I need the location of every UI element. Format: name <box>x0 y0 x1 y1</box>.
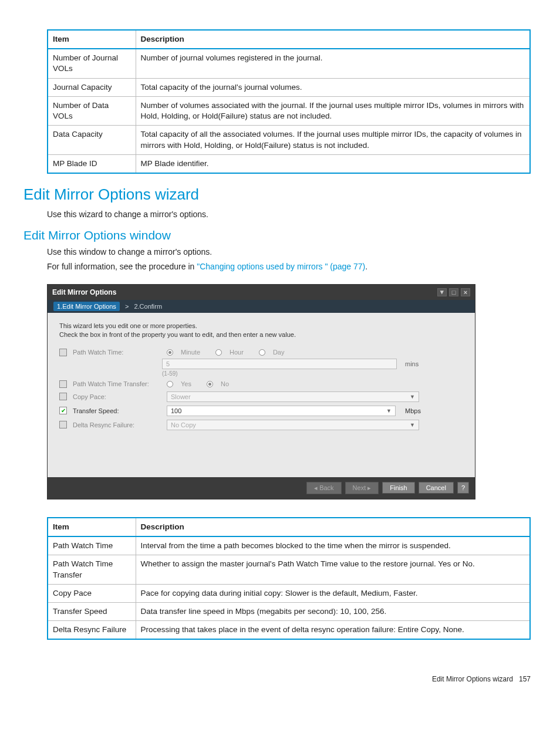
cancel-button[interactable]: Cancel <box>419 482 454 494</box>
hint-pwt-range: (1-59) <box>162 370 178 377</box>
table-row: Copy PacePace for copying data during in… <box>48 584 530 602</box>
help-button[interactable]: ? <box>457 482 469 494</box>
table-row: Transfer SpeedData transfer line speed i… <box>48 602 530 620</box>
checkbox-copy-pace[interactable] <box>59 393 67 400</box>
next-button[interactable]: Next ▸ <box>345 482 379 494</box>
table-row: Data CapacityTotal capacity of all the a… <box>48 126 530 154</box>
page-footer: Edit Mirror Options wizard 157 <box>0 675 531 683</box>
radio-minute[interactable] <box>167 349 173 356</box>
finish-button[interactable]: Finish <box>382 482 414 494</box>
label-path-watch-time: Path Watch Time: <box>73 349 161 356</box>
journal-props-table: Item Description Number of Journal VOLsN… <box>47 29 531 174</box>
col-desc: Description <box>136 30 530 49</box>
label-pwt-transfer: Path Watch Time Transfer: <box>73 380 161 387</box>
heading-wizard: Edit Mirror Options wizard <box>23 185 531 204</box>
wizard-steps: 1.Edit Mirror Options > 2.Confirm <box>48 300 475 313</box>
checkbox-delta-resync[interactable] <box>59 421 67 428</box>
chevron-down-icon: ▼ <box>410 422 415 428</box>
wizard-intro-line2: Check the box in front of the property y… <box>59 331 463 338</box>
window-intro-1: Use this window to change a mirror's opt… <box>47 246 531 258</box>
dialog-title: Edit Mirror Options <box>52 288 116 296</box>
select-delta-resync[interactable]: No Copy ▼ <box>167 420 419 430</box>
maximize-icon[interactable]: □ <box>449 288 458 296</box>
wizard-footer: ◂ Back Next ▸ Finish Cancel ? <box>48 477 475 499</box>
dialog-titlebar: Edit Mirror Options ▾ □ × <box>48 285 475 300</box>
wizard-intro-line1: This wizard lets you edit one or more pr… <box>59 322 463 329</box>
table-row: Number of Data VOLsNumber of volumes ass… <box>48 96 530 125</box>
window-intro-2: For full information, see the procedure … <box>47 261 531 272</box>
select-transfer-speed[interactable]: 100 ▼ <box>167 406 396 416</box>
radio-no[interactable] <box>207 381 213 387</box>
label-transfer-speed: Transfer Speed: <box>73 407 161 414</box>
radio-yes[interactable] <box>167 381 173 387</box>
checkbox-pwt-transfer[interactable] <box>59 380 67 388</box>
close-icon[interactable]: × <box>461 288 470 296</box>
chevron-down-icon: ▼ <box>410 394 415 400</box>
mirror-options-table: Item Description Path Watch TimeInterval… <box>47 517 531 640</box>
radio-hour[interactable] <box>215 349 222 356</box>
link-changing-options[interactable]: "Changing options used by mirrors " (pag… <box>197 262 365 271</box>
table-row: Path Watch TimeInterval from the time a … <box>48 536 530 555</box>
table-row: Delta Resync FailureProcessing that take… <box>48 621 530 640</box>
table-row: Number of Journal VOLsNumber of journal … <box>48 49 530 78</box>
wizard-intro: Use this wizard to change a mirror's opt… <box>47 208 531 220</box>
label-delta-resync: Delta Resync Failure: <box>73 421 161 428</box>
heading-window: Edit Mirror Options window <box>23 228 531 242</box>
checkbox-transfer-speed[interactable]: ✔ <box>59 407 67 414</box>
table-row: MP Blade IDMP Blade identifier. <box>48 154 530 173</box>
table-row: Path Watch Time TransferWhether to assig… <box>48 555 530 584</box>
step-2: 2.Confirm <box>134 303 162 310</box>
radio-day[interactable] <box>259 349 265 356</box>
step-1[interactable]: 1.Edit Mirror Options <box>53 302 120 311</box>
select-copy-pace[interactable]: Slower ▼ <box>167 391 419 402</box>
checkbox-path-watch-time[interactable] <box>59 349 67 356</box>
col-item: Item <box>48 30 136 49</box>
input-path-watch-time-value[interactable]: 5 <box>162 359 397 369</box>
filter-icon[interactable]: ▾ <box>437 288 447 296</box>
table-row: Journal CapacityTotal capacity of the jo… <box>48 78 530 96</box>
col-item: Item <box>48 518 136 536</box>
chevron-down-icon: ▼ <box>386 408 392 414</box>
col-desc: Description <box>136 518 530 536</box>
edit-mirror-options-dialog: Edit Mirror Options ▾ □ × 1.Edit Mirror … <box>47 284 475 499</box>
label-copy-pace: Copy Pace: <box>73 393 161 400</box>
back-button[interactable]: ◂ Back <box>306 482 342 494</box>
